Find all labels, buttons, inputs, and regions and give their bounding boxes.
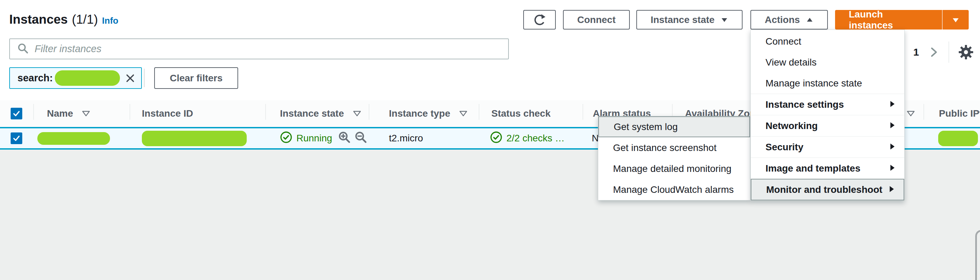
page-header: Instances (1/1) Info bbox=[9, 12, 118, 27]
pagination-divider bbox=[948, 42, 949, 63]
instance-state-dropdown-button[interactable]: Instance state bbox=[636, 10, 743, 29]
column-divider bbox=[479, 104, 479, 120]
connect-button-label: Connect bbox=[578, 14, 616, 26]
filter-divider bbox=[144, 69, 145, 87]
zoom-out-icon[interactable] bbox=[354, 130, 368, 147]
search-filter-tag: search: bbox=[9, 67, 142, 89]
sort-arrow-icon bbox=[907, 108, 915, 119]
launch-instances-split-button: Launch instances bbox=[835, 10, 969, 29]
column-header-label: Public IPv bbox=[939, 108, 980, 119]
actions-dropdown-menu: Connect View details Manage instance sta… bbox=[751, 29, 905, 201]
column-header-instance-type[interactable]: Instance type bbox=[389, 100, 468, 127]
menu-item-manage-detailed-monitoring[interactable]: Manage detailed monitoring bbox=[598, 158, 750, 179]
caret-up-icon bbox=[806, 17, 813, 22]
caret-down-icon bbox=[951, 14, 960, 26]
sort-arrow-icon bbox=[82, 108, 90, 119]
instance-state-text: Running bbox=[296, 133, 332, 144]
column-header-label: Instance ID bbox=[142, 108, 193, 119]
menu-item-label: View details bbox=[765, 57, 816, 68]
menu-item-label: Connect bbox=[765, 36, 801, 47]
instance-count: (1/1) bbox=[72, 12, 98, 27]
next-page-chevron-icon[interactable] bbox=[928, 46, 940, 58]
menu-item-manage-instance-state[interactable]: Manage instance state bbox=[751, 73, 904, 94]
filter-tag-value-redacted bbox=[55, 70, 120, 86]
info-link[interactable]: Info bbox=[102, 16, 119, 26]
page-number-current[interactable]: 1 bbox=[913, 46, 919, 58]
menu-item-label: Manage detailed monitoring bbox=[613, 163, 732, 174]
menu-item-image-and-templates[interactable]: Image and templates bbox=[751, 158, 904, 179]
ec2-instances-screen: Instances (1/1) Info Connect Instance st… bbox=[0, 0, 980, 280]
status-ok-icon bbox=[280, 131, 292, 146]
cell-public-ip-redacted bbox=[938, 128, 978, 148]
row-checkbox[interactable] bbox=[11, 133, 22, 144]
menu-item-get-system-log[interactable]: Get system log bbox=[598, 116, 750, 137]
menu-item-view-details[interactable]: View details bbox=[751, 52, 904, 73]
menu-item-label: Image and templates bbox=[765, 163, 861, 174]
column-header-label: Name bbox=[47, 108, 73, 119]
column-header-label: Instance state bbox=[280, 108, 344, 119]
search-icon bbox=[10, 42, 34, 56]
column-divider bbox=[33, 104, 34, 120]
submenu-arrow-icon bbox=[889, 142, 896, 153]
submenu-arrow-icon bbox=[889, 163, 896, 174]
clear-filters-button[interactable]: Clear filters bbox=[154, 67, 238, 89]
refresh-icon bbox=[533, 13, 547, 27]
actions-dropdown-button[interactable]: Actions bbox=[751, 10, 828, 29]
sort-arrow-icon bbox=[353, 108, 361, 119]
column-divider bbox=[369, 104, 369, 120]
menu-item-label: Security bbox=[765, 142, 803, 153]
zoom-in-icon[interactable] bbox=[337, 130, 351, 147]
cell-instance-id-redacted bbox=[142, 128, 247, 148]
state-zoom-controls bbox=[337, 128, 368, 148]
menu-item-instance-settings[interactable]: Instance settings bbox=[751, 94, 904, 115]
remove-filter-icon[interactable] bbox=[125, 73, 136, 84]
actions-button-label: Actions bbox=[765, 14, 800, 26]
filter-tag-label: search: bbox=[18, 72, 53, 84]
sort-arrow-icon bbox=[459, 108, 468, 119]
column-header-public-ip[interactable]: Public IPv bbox=[939, 100, 980, 127]
menu-item-label: Networking bbox=[765, 120, 818, 131]
cell-name-redacted bbox=[37, 128, 110, 148]
column-divider bbox=[265, 104, 266, 120]
menu-item-get-instance-screenshot[interactable]: Get instance screenshot bbox=[598, 137, 750, 158]
column-divider bbox=[923, 104, 924, 120]
instance-state-button-label: Instance state bbox=[651, 14, 715, 26]
menu-item-security[interactable]: Security bbox=[751, 136, 904, 157]
column-header-status-check[interactable]: Status check bbox=[492, 100, 550, 127]
select-all-checkbox[interactable] bbox=[11, 108, 22, 119]
menu-item-networking[interactable]: Networking bbox=[751, 115, 904, 136]
pagination: 1 bbox=[913, 41, 974, 63]
filter-instances-input[interactable] bbox=[34, 43, 508, 55]
connect-button[interactable]: Connect bbox=[563, 10, 630, 29]
column-header-name[interactable]: Name bbox=[47, 100, 90, 127]
launch-instances-menu-button[interactable] bbox=[942, 10, 969, 29]
launch-instances-button[interactable]: Launch instances bbox=[835, 10, 942, 29]
menu-item-connect[interactable]: Connect bbox=[751, 31, 904, 52]
menu-item-label: Instance settings bbox=[765, 99, 844, 110]
column-header-instance-state[interactable]: Instance state bbox=[280, 100, 361, 127]
menu-item-manage-cloudwatch-alarms[interactable]: Manage CloudWatch alarms bbox=[598, 179, 750, 200]
column-divider bbox=[129, 104, 130, 120]
caret-down-icon bbox=[721, 17, 728, 22]
scrollbar-thumb[interactable] bbox=[975, 230, 980, 280]
submenu-arrow-icon bbox=[889, 99, 896, 110]
column-header-instance-id[interactable]: Instance ID bbox=[142, 100, 193, 127]
availability-zone-sort-arrow[interactable] bbox=[907, 100, 915, 127]
column-header-label: Status check bbox=[492, 108, 550, 119]
cell-instance-state: Running bbox=[280, 128, 332, 148]
menu-item-label: Get system log bbox=[614, 122, 678, 133]
monitor-troubleshoot-submenu: Get system log Get instance screenshot M… bbox=[598, 116, 751, 200]
column-divider bbox=[582, 104, 583, 120]
submenu-arrow-icon bbox=[889, 120, 896, 131]
column-header-label: Instance type bbox=[389, 108, 450, 119]
preferences-gear-icon[interactable] bbox=[958, 44, 974, 60]
submenu-arrow-icon bbox=[889, 184, 895, 195]
menu-item-label: Manage CloudWatch alarms bbox=[613, 184, 733, 195]
menu-item-label: Get instance screenshot bbox=[613, 142, 716, 154]
refresh-button[interactable] bbox=[523, 10, 556, 29]
filter-search-box bbox=[9, 38, 509, 59]
menu-item-monitor-and-troubleshoot[interactable]: Monitor and troubleshoot bbox=[751, 179, 904, 200]
cell-instance-type: t2.micro bbox=[389, 128, 423, 148]
status-ok-icon bbox=[490, 131, 502, 146]
menu-item-label: Monitor and troubleshoot bbox=[766, 184, 882, 195]
